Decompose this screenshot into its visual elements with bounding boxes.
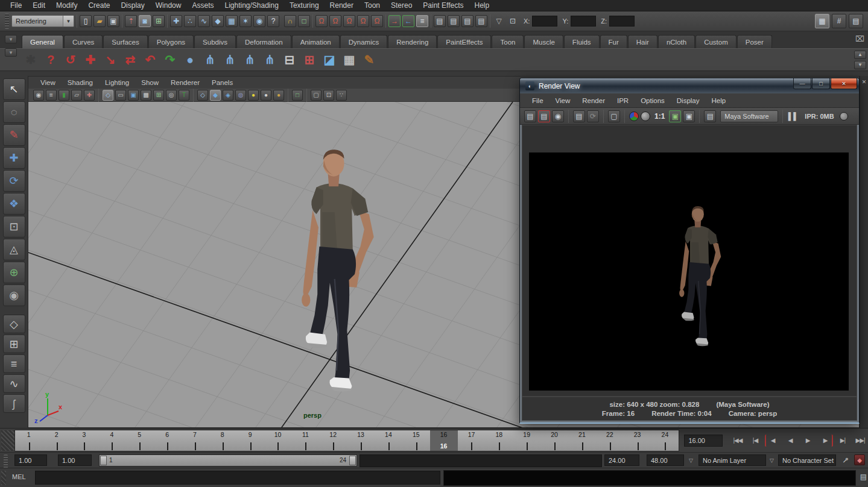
ungroup-icon[interactable]: ⋔ [241,50,259,69]
layout-outliner-icon[interactable]: ≡ [3,354,25,373]
timeline-frame-21[interactable]: 21 [568,430,596,451]
select-component-icon[interactable]: ⊞ [153,15,165,27]
texture-ball-icon[interactable]: ● [273,90,284,101]
undo-icon[interactable]: ↶ [141,50,159,69]
attribute-editor-toggle[interactable]: ▦ [815,14,829,28]
select-handles-mask-icon[interactable]: ∴ [184,15,196,27]
bookmark-icon[interactable]: ▮ [59,90,69,101]
isolate-select-icon[interactable]: □ [292,90,303,101]
open-render-settings-icon[interactable]: ▤ [704,110,716,122]
grid-toggle-icon[interactable]: ◇ [103,90,113,101]
snap-to-grids-icon[interactable]: Ω [315,15,328,27]
command-line-grip[interactable] [1,471,6,485]
shelf-tab-subdivs[interactable]: Subdivs [194,35,236,48]
panel-close-icon[interactable]: ✕ [860,79,868,85]
camera-track-icon[interactable]: ✚ [81,50,100,69]
help-icon[interactable]: ? [42,50,60,69]
y-coordinate-input[interactable] [571,16,596,27]
timeline-frame-23[interactable]: 23 [624,430,651,451]
x-coordinate-input[interactable] [532,16,557,27]
shelf-menu-icon[interactable]: ▾ [5,48,17,57]
shelf-tab-custom[interactable]: Custom [695,35,737,48]
timeline-frame-20[interactable]: 20 [540,430,568,451]
shelf-tab-poser[interactable]: Poser [737,35,772,48]
film-gate-icon[interactable]: ▭ [115,90,126,101]
xray-mode-icon[interactable]: ▢ [311,90,322,101]
pan-zoom-2d-icon[interactable]: ✚ [84,90,95,101]
timeline-frame-8[interactable]: 8 [209,430,236,451]
viewport-menu-renderer[interactable]: Renderer [165,79,206,86]
go-to-start-button[interactable]: |◀◀ [730,435,746,447]
tool-settings-toggle[interactable]: # [832,14,846,28]
hypergraph-icon[interactable]: ⊟ [280,50,299,69]
auto-keyframe-toggle[interactable]: ◆ [854,454,865,465]
timeline-frame-6[interactable]: 6 [153,430,181,451]
shelf-tab-dynamics[interactable]: Dynamics [340,35,387,48]
rendered-image[interactable] [529,152,849,391]
character-set-dropdown-icon[interactable]: ▽ [770,457,774,463]
lasso-tool-icon[interactable]: ◌ [3,101,25,123]
render-settings-icon[interactable]: ▤ [475,15,487,27]
menu-lighting-shading[interactable]: Lighting/Shading [219,1,284,10]
play-backwards-button[interactable]: ◀ [782,435,798,447]
render-view-menu-render[interactable]: Render [576,97,611,104]
ipr-render-icon[interactable]: ▤ [461,15,474,27]
output-connections-icon[interactable]: ← [402,15,414,27]
viewport-renderer-icon[interactable]: ∵ [336,90,347,101]
snap-to-points-icon[interactable]: Ω [343,15,355,27]
safe-title-icon[interactable]: T [179,90,189,101]
step-forward-key-button[interactable]: ▶| [835,435,851,447]
current-time-field[interactable]: 16.00 [684,435,723,447]
duplicate-icon[interactable]: ⊞ [300,50,318,69]
render-view-menu-file[interactable]: File [526,97,550,104]
timeline-frame-15[interactable]: 15 [402,430,430,451]
timeline-frame-18[interactable]: 18 [485,430,513,451]
make-live-icon[interactable]: ⊡ [507,15,519,27]
timeline-frame-19[interactable]: 19 [513,430,540,451]
playback-end-field[interactable] [604,454,639,466]
image-plane-icon[interactable]: ▱ [71,90,82,101]
field-chart-icon[interactable]: ⊞ [153,90,164,101]
shelf-tab-menu-icon[interactable]: ▾ [5,35,17,43]
layout-single-icon[interactable]: ◇ [3,315,25,333]
range-start-handle[interactable] [100,456,107,465]
menu-file[interactable]: File [5,1,27,10]
rotate-tool-icon[interactable]: ⟳ [3,170,25,192]
wireframe-mode-icon[interactable]: ◇ [197,90,208,101]
last-tool-icon[interactable]: ◉ [3,284,25,306]
real-size-label[interactable]: 1:1 [654,112,665,121]
menu-assets[interactable]: Assets [186,1,219,10]
menu-edit[interactable]: Edit [27,1,51,10]
timeline-frame-3[interactable]: 3 [71,430,98,451]
select-surfaces-mask-icon[interactable]: ◆ [212,15,224,27]
highlight-selection-icon[interactable]: □ [298,15,310,27]
gate-mask-icon[interactable]: ▩ [141,90,151,101]
menu-render[interactable]: Render [325,1,359,10]
anim-layer-dropdown-icon[interactable]: ▽ [689,457,693,463]
snap-to-curves-icon[interactable]: Ω [329,15,341,27]
menu-window[interactable]: Window [150,1,187,10]
z-coordinate-input[interactable] [609,16,635,27]
paint-effects-panel-icon[interactable]: ʃ [3,394,25,413]
soft-modification-icon[interactable]: ◬ [3,239,25,260]
menu-set-selector[interactable]: Rendering ▼ [11,15,74,27]
viewport-menu-shading[interactable]: Shading [62,79,99,86]
select-object-type-icon[interactable]: ◙ [139,15,151,27]
time-slider-ruler[interactable]: 1234567891011121314151616171819202122232… [14,430,680,451]
snapshot-icon[interactable]: ◉ [552,110,564,122]
menu-toon[interactable]: Toon [359,1,385,10]
move-tool-icon[interactable]: ✚ [3,147,25,169]
assign-material-icon[interactable]: ◪ [320,50,338,69]
select-dynamics-mask-icon[interactable]: ✶ [239,15,252,27]
minimize-button[interactable]: — [793,78,811,89]
construction-history-icon[interactable]: ≡ [416,15,428,27]
keep-image-icon[interactable]: ▣ [669,110,681,122]
shelf-delete-icon[interactable]: ⌧ [855,34,864,43]
shelf-tab-animation[interactable]: Animation [292,35,340,48]
timeline-frame-7[interactable]: 7 [181,430,209,451]
timeline-frame-4[interactable]: 4 [98,430,125,451]
timeline-frame-24[interactable]: 24 [651,430,679,451]
animation-start-field[interactable] [14,454,47,466]
camera-select-icon[interactable]: ◉ [33,90,44,101]
render-current-frame-icon[interactable]: ▤ [448,15,460,27]
